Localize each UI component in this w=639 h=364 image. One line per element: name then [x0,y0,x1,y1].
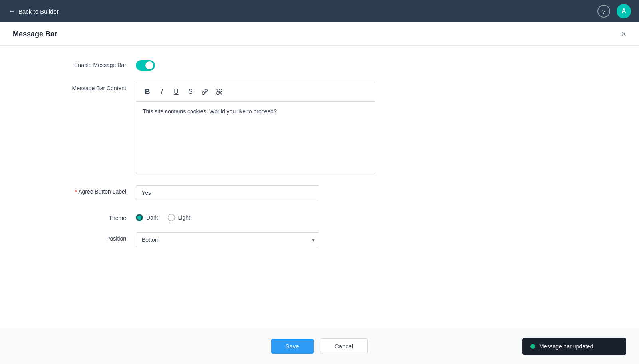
theme-light-radio[interactable] [168,214,175,221]
agree-label: Agree Button Label [48,185,136,195]
toast-notification: Message bar updated. [522,338,626,355]
close-button[interactable]: × [621,30,626,38]
theme-dark-label: Dark [146,214,158,221]
content-label: Message Bar Content [48,82,136,91]
back-to-builder-button[interactable]: ← Back to Builder [8,7,59,16]
enable-row: Enable Message Bar [48,59,591,71]
toast-message: Message bar updated. [539,343,595,350]
rte-toolbar: B I U S [136,82,375,102]
toast-status-dot [530,344,535,349]
link-button[interactable] [198,85,211,98]
theme-light-label: Light [178,214,190,221]
theme-light-option[interactable]: Light [168,214,190,221]
modal-title: Message Bar [13,30,57,38]
bold-button[interactable]: B [141,85,154,98]
rich-text-editor: B I U S [136,82,375,174]
rte-content-area[interactable]: This site contains cookies. Would you li… [136,102,375,174]
strikethrough-button[interactable]: S [184,85,197,98]
theme-dark-option[interactable]: Dark [136,214,158,221]
back-button-label: Back to Builder [18,8,59,15]
top-navigation: ← Back to Builder ? A [0,0,639,22]
italic-button[interactable]: I [155,85,168,98]
theme-control: Dark Light [136,212,375,221]
enable-label: Enable Message Bar [48,59,136,68]
help-icon[interactable]: ? [597,5,610,18]
toggle-thumb [145,61,153,69]
theme-row: Theme Dark Light [48,212,591,221]
position-control: Bottom Top ▾ [136,232,375,247]
back-arrow-icon: ← [8,7,15,16]
theme-label: Theme [48,212,136,221]
agree-input-wrapper [136,185,375,200]
cancel-button[interactable]: Cancel [320,338,368,354]
theme-dark-radio[interactable] [136,214,143,221]
enable-toggle[interactable] [136,60,155,71]
position-row: Position Bottom Top ▾ [48,232,591,247]
underline-button[interactable]: U [170,85,183,98]
footer: Save Cancel Message bar updated. [0,328,639,364]
nav-right-actions: ? A [597,4,631,18]
content-row: Message Bar Content B I U [48,82,591,174]
toggle-wrapper [136,59,375,71]
unlink-button[interactable] [213,85,226,98]
modal-header: Message Bar × [0,22,639,46]
theme-radio-group: Dark Light [136,212,375,221]
toggle-track [136,60,155,71]
position-select[interactable]: Bottom Top [136,232,320,247]
form-area: Enable Message Bar Message Bar Content B [0,46,639,328]
agree-input[interactable] [136,185,320,200]
agree-row: Agree Button Label [48,185,591,200]
position-select-wrapper: Bottom Top ▾ [136,232,320,247]
rte-wrapper: B I U S [136,82,375,174]
position-label: Position [48,232,136,242]
save-button[interactable]: Save [271,339,314,354]
avatar[interactable]: A [617,4,631,18]
main-content: Message Bar × Enable Message Bar Message… [0,22,639,364]
